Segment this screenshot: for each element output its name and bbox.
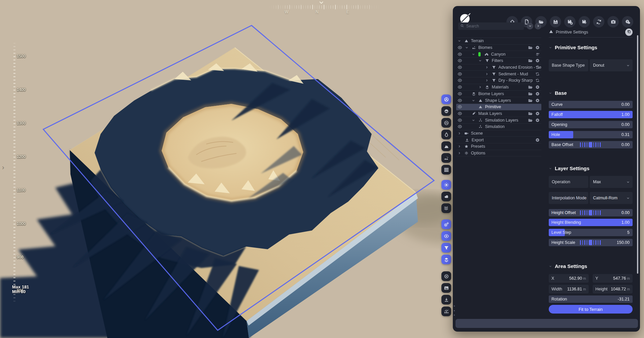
folder-open-icon[interactable] bbox=[528, 98, 533, 103]
inspector-scrollbar[interactable] bbox=[637, 35, 638, 274]
search-input[interactable] bbox=[466, 24, 517, 28]
grid-toggle-button[interactable] bbox=[441, 165, 451, 175]
chevron-down-icon[interactable] bbox=[478, 59, 482, 63]
expand-left-panel-button[interactable]: › bbox=[2, 163, 4, 171]
image-toggle-button[interactable] bbox=[441, 283, 451, 293]
tree-row-canyon[interactable]: Canyon bbox=[456, 51, 541, 58]
plus-circle-icon[interactable] bbox=[535, 85, 540, 89]
folder-open-icon[interactable] bbox=[528, 45, 533, 50]
slider-curve[interactable]: Curve0.00 bbox=[549, 101, 633, 108]
visibility-eye-icon[interactable] bbox=[458, 58, 462, 63]
section-header-layer-settings[interactable]: Layer Settings bbox=[549, 165, 633, 171]
plus-circle-icon[interactable] bbox=[535, 118, 540, 122]
water-drop-toggle-button[interactable] bbox=[441, 130, 451, 139]
field-y[interactable]: Y547.76m bbox=[593, 274, 633, 283]
chevron-right-icon[interactable] bbox=[458, 131, 461, 135]
refresh-button[interactable] bbox=[593, 16, 604, 27]
plus-circle-icon[interactable] bbox=[535, 111, 540, 116]
help-button[interactable]: ? bbox=[622, 16, 633, 27]
chevron-down-icon[interactable] bbox=[472, 98, 475, 102]
chevron-down-icon[interactable] bbox=[472, 118, 475, 122]
tree-row-advanced-erosion-se[interactable]: Advanced Erosion - Se bbox=[456, 64, 541, 71]
folder-open-icon[interactable] bbox=[528, 85, 533, 90]
tree-row-export[interactable]: Export bbox=[456, 137, 541, 143]
slider-hole[interactable]: Hole0.31 bbox=[549, 131, 633, 138]
slider-base-offset[interactable]: Base Offset0.00 bbox=[549, 141, 633, 148]
visibility-eye-icon[interactable] bbox=[458, 78, 462, 83]
target-toggle-button[interactable] bbox=[441, 271, 451, 281]
tree-forward-button[interactable] bbox=[535, 23, 541, 29]
dropdown-select[interactable]: Catmull-Rom bbox=[590, 192, 633, 204]
tree-row-filters[interactable]: Filters bbox=[456, 58, 541, 64]
visibility-eye-icon[interactable] bbox=[458, 98, 462, 103]
tree-row-biomes[interactable]: Biomes bbox=[456, 45, 541, 51]
stats-toggle-button[interactable] bbox=[441, 307, 451, 316]
slider-level-step[interactable]: Level Step5 bbox=[549, 229, 633, 236]
chevron-right-icon[interactable] bbox=[458, 145, 461, 148]
tree-row-terrain[interactable]: Terrain bbox=[456, 38, 541, 45]
folder-open-icon[interactable] bbox=[528, 118, 533, 123]
visibility-eye-icon[interactable] bbox=[458, 105, 462, 109]
chevron-down-icon[interactable] bbox=[458, 39, 461, 43]
field-width[interactable]: Width1136.81m bbox=[549, 285, 589, 293]
visibility-eye-icon[interactable] bbox=[458, 65, 462, 70]
save-button[interactable] bbox=[550, 16, 561, 27]
slider-thumb[interactable] bbox=[589, 240, 592, 245]
tree-row-simulation[interactable]: Simulation bbox=[456, 124, 541, 130]
plus-circle-icon[interactable] bbox=[535, 46, 540, 50]
visibility-eye-icon[interactable] bbox=[458, 118, 462, 123]
chevron-down-icon[interactable] bbox=[465, 46, 469, 50]
tree-row-shape-layers[interactable]: Shape Layers bbox=[456, 97, 541, 104]
chevron-right-icon[interactable] bbox=[485, 66, 489, 69]
tree-collapse-all-button[interactable] bbox=[527, 23, 533, 29]
field-x[interactable]: X562.90m bbox=[549, 274, 589, 283]
folder-open-icon[interactable] bbox=[528, 111, 533, 116]
compass-ribbon[interactable]: W N E bbox=[267, 1, 381, 16]
tree-row-simulation-layers[interactable]: Simulation Layers bbox=[456, 117, 541, 124]
mountain-snow-toggle-button[interactable] bbox=[441, 141, 451, 151]
chevron-right-icon[interactable] bbox=[485, 72, 489, 76]
visibility-eye-icon[interactable] bbox=[458, 52, 462, 57]
slider-falloff[interactable]: Falloff1.00 bbox=[549, 111, 633, 118]
slider-height-scale[interactable]: Height Scale150.00 bbox=[549, 239, 633, 246]
save-new-button[interactable] bbox=[564, 16, 576, 27]
copy-settings-button[interactable] bbox=[625, 28, 633, 36]
tree-row-presets[interactable]: Presets bbox=[456, 143, 541, 150]
status-bar[interactable] bbox=[455, 319, 638, 328]
fit-to-terrain-button[interactable]: Fit to Terrain bbox=[549, 305, 633, 314]
slider-height-blending[interactable]: Height Blending1.00 bbox=[549, 219, 633, 226]
slider-height-offset[interactable]: Height Offset0.00 bbox=[549, 209, 633, 216]
slider-thumb[interactable] bbox=[589, 210, 592, 215]
funnel-toggle-button[interactable] bbox=[441, 243, 451, 253]
chevron-down-icon[interactable] bbox=[472, 52, 475, 56]
fog-toggle-button[interactable] bbox=[441, 203, 451, 213]
tree-row-materials[interactable]: Materials bbox=[456, 84, 541, 91]
visibility-eye-icon[interactable] bbox=[458, 72, 462, 76]
tree-row-options[interactable]: Options bbox=[456, 150, 541, 157]
download-toggle-button[interactable] bbox=[441, 295, 451, 305]
slider-opening[interactable]: Opening0.00 bbox=[549, 121, 633, 128]
tree-row-primitive[interactable]: Primitive bbox=[456, 104, 541, 111]
folder-open-icon[interactable] bbox=[528, 58, 533, 63]
clouds-toggle-button[interactable] bbox=[441, 192, 451, 201]
field-height[interactable]: Height1048.72m bbox=[593, 285, 633, 293]
rocks-toggle-button[interactable] bbox=[441, 153, 451, 163]
sync-icon[interactable] bbox=[535, 72, 540, 76]
chevron-right-icon[interactable] bbox=[478, 85, 482, 89]
plus-circle-icon[interactable] bbox=[535, 59, 540, 63]
tree-row-sediment-mud[interactable]: Sediment - Mud bbox=[456, 71, 541, 77]
visibility-eye-icon[interactable] bbox=[458, 85, 462, 89]
camera-photo-button[interactable] bbox=[607, 16, 619, 27]
tree-row-scene[interactable]: Scene bbox=[456, 130, 541, 137]
terrain-globe-toggle-button[interactable] bbox=[441, 106, 451, 116]
slider-thumb[interactable] bbox=[589, 142, 592, 147]
visibility-eye-icon[interactable] bbox=[458, 91, 462, 96]
visibility-eye-icon[interactable] bbox=[458, 45, 462, 50]
tree-row-dry-rocky-sharp[interactable]: Dry - Rocky Sharp bbox=[456, 77, 541, 84]
plus-circle-icon[interactable] bbox=[535, 91, 540, 96]
tree-row-mask-layers[interactable]: Mask Layers bbox=[456, 111, 541, 117]
eye-toggle-button[interactable] bbox=[441, 231, 451, 241]
chevron-right-icon[interactable] bbox=[458, 151, 461, 155]
folder-open-icon[interactable] bbox=[528, 91, 533, 96]
chevron-right-icon[interactable] bbox=[485, 79, 489, 82]
